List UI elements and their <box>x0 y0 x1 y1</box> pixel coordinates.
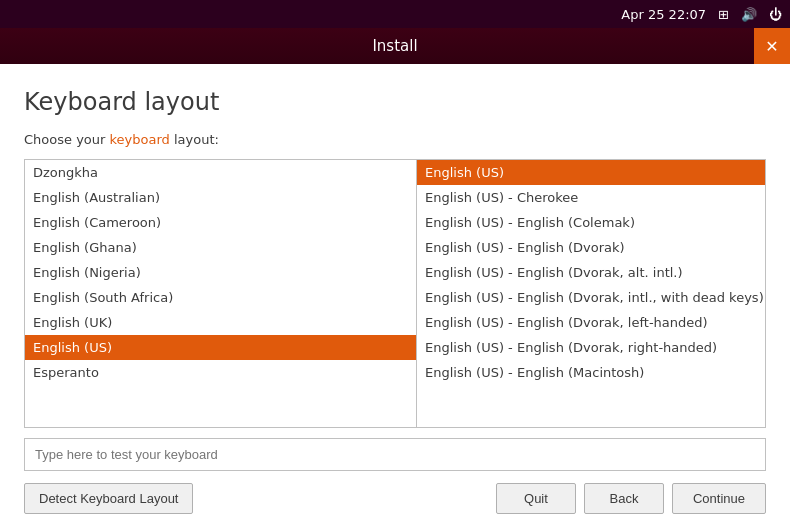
subtitle: Choose your keyboard layout: <box>24 132 766 147</box>
variant-list[interactable]: English (US)English (US) - CherokeeEngli… <box>417 160 765 427</box>
network-icon: ⊞ <box>718 7 729 22</box>
list-item[interactable]: Esperanto <box>25 360 416 385</box>
right-list-item[interactable]: English (US) - English (Dvorak, intl., w… <box>417 285 765 310</box>
list-item[interactable]: English (Nigeria) <box>25 260 416 285</box>
quit-button[interactable]: Quit <box>496 483 576 514</box>
title-bar: Install ✕ <box>0 28 790 64</box>
list-item[interactable]: English (UK) <box>25 310 416 335</box>
continue-button[interactable]: Continue <box>672 483 766 514</box>
navigation-buttons: Quit Back Continue <box>496 483 766 514</box>
right-list-item[interactable]: English (US) <box>417 160 765 185</box>
close-button[interactable]: ✕ <box>754 28 790 64</box>
right-list-item[interactable]: English (US) - English (Macintosh) <box>417 360 765 385</box>
power-icon[interactable]: ⏻ <box>769 7 782 22</box>
bottom-row: Detect Keyboard Layout Quit Back Continu… <box>24 483 766 514</box>
language-list[interactable]: DzongkhaEnglish (Australian)English (Cam… <box>25 160 417 427</box>
right-list-item[interactable]: English (US) - English (Dvorak, left-han… <box>417 310 765 335</box>
sound-icon: 🔊 <box>741 7 757 22</box>
right-list-item[interactable]: English (US) - Cherokee <box>417 185 765 210</box>
right-list-item[interactable]: English (US) - English (Dvorak, right-ha… <box>417 335 765 360</box>
back-button[interactable]: Back <box>584 483 664 514</box>
list-item[interactable]: English (Australian) <box>25 185 416 210</box>
list-item[interactable]: English (Ghana) <box>25 235 416 260</box>
list-item[interactable]: English (South Africa) <box>25 285 416 310</box>
layout-area: DzongkhaEnglish (Australian)English (Cam… <box>24 159 766 428</box>
right-list-item[interactable]: English (US) - English (Dvorak, alt. int… <box>417 260 765 285</box>
right-list-item[interactable]: English (US) - English (Dvorak) <box>417 235 765 260</box>
main-content: Keyboard layout Choose your keyboard lay… <box>0 64 790 530</box>
detect-keyboard-button[interactable]: Detect Keyboard Layout <box>24 483 193 514</box>
page-title: Keyboard layout <box>24 88 766 116</box>
list-item[interactable]: Dzongkha <box>25 160 416 185</box>
datetime: Apr 25 22:07 <box>621 7 706 22</box>
list-item[interactable]: English (Cameroon) <box>25 210 416 235</box>
right-list-item[interactable]: English (US) - English (Colemak) <box>417 210 765 235</box>
top-bar: Apr 25 22:07 ⊞ 🔊 ⏻ <box>0 0 790 28</box>
window-title: Install <box>372 37 417 55</box>
list-item[interactable]: English (US) <box>25 335 416 360</box>
keyboard-test-input[interactable] <box>24 438 766 471</box>
